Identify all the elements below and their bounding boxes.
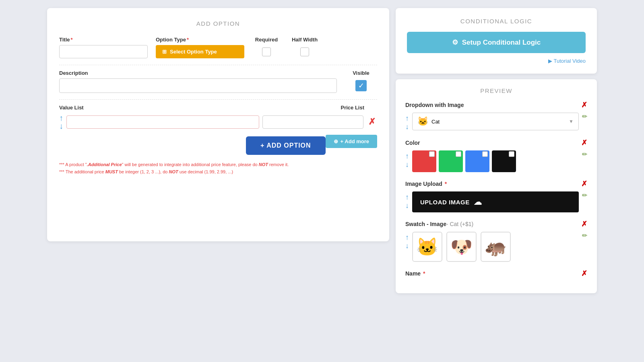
- swatch-red: [412, 150, 436, 172]
- preview-card: PREVIEW Dropdown with Image ✗ ↑↓ 🐱 Cat ▼: [396, 79, 597, 293]
- half-width-label: Half Width: [292, 37, 318, 43]
- upload-image-button[interactable]: UPLOAD IMAGE ☁: [412, 191, 579, 212]
- preview-item-swatch: Swatch - Image- Cat (+$1) ✗ ↑↓ 🐱 🐶: [405, 220, 587, 262]
- half-width-group: Half Width: [289, 37, 321, 56]
- color-label: Color: [405, 140, 420, 146]
- value-price-section: Value List Price List ↑↓ ✗: [59, 105, 377, 130]
- add-option-button[interactable]: + ADD OPTION: [246, 136, 326, 155]
- visible-label: Visible: [353, 70, 369, 76]
- dropdown-selected-value: Cat: [431, 119, 440, 125]
- swatch-img-cat[interactable]: 🐱: [412, 232, 442, 262]
- footnote-1: *** A product ".Additional Price" will b…: [59, 161, 377, 169]
- play-circle-icon: ▶: [548, 58, 552, 64]
- swatch-subtitle: - Cat (+$1): [446, 221, 473, 227]
- remove-row-button[interactable]: ✗: [367, 117, 377, 127]
- swatch-red-check: [429, 151, 435, 157]
- value-price-row: ↑↓ ✗: [59, 114, 377, 130]
- value-list-label: Value List: [59, 105, 84, 111]
- add-option-panel: ADD OPTION Title* Option Type* ⊞ Select …: [47, 8, 389, 241]
- preview-item-color: Color ✗ ↑↓: [405, 138, 587, 172]
- dog-animal-icon: 🐶: [450, 238, 473, 256]
- description-input[interactable]: [59, 78, 337, 93]
- swatch-green: [439, 150, 463, 172]
- swatch-image-list: 🐱 🐶 🦛: [412, 232, 579, 262]
- upload-edit-button[interactable]: ✏: [582, 191, 587, 199]
- footnotes: *** A product ".Additional Price" will b…: [59, 161, 377, 175]
- title-group: Title*: [59, 37, 148, 58]
- upload-sort[interactable]: ↑↓: [405, 193, 409, 210]
- dropdown-sort[interactable]: ↑↓: [405, 114, 409, 131]
- right-panel: CONDITIONAL LOGIC ⚙ Setup Conditional Lo…: [396, 8, 597, 293]
- conditional-logic-card: CONDITIONAL LOGIC ⚙ Setup Conditional Lo…: [396, 8, 597, 74]
- visible-checkbox[interactable]: ✓: [355, 80, 367, 91]
- option-type-label: Option Type*: [156, 37, 244, 43]
- add-option-title: ADD OPTION: [59, 20, 377, 27]
- name-actions: ✗: [581, 269, 587, 278]
- required-label: Required: [255, 37, 278, 43]
- name-label: Name *: [405, 270, 425, 277]
- upload-label: Image Upload *: [405, 181, 447, 187]
- select-option-type-button[interactable]: ⊞ Select Option Type: [156, 45, 244, 58]
- plus-circle-icon: ⊕: [334, 138, 338, 144]
- cat-icon: 🐱: [417, 116, 428, 127]
- swatch-img-hippo[interactable]: 🦛: [481, 232, 511, 262]
- dropdown-actions: ✗: [581, 101, 587, 109]
- conditional-logic-title: CONDITIONAL LOGIC: [407, 18, 586, 25]
- value-input[interactable]: [66, 115, 259, 129]
- swatch-remove-button[interactable]: ✗: [581, 220, 587, 228]
- required-checkbox[interactable]: [262, 47, 271, 56]
- swatch-img-dog[interactable]: 🐶: [446, 232, 477, 262]
- swatch-blue-check: [482, 151, 488, 157]
- add-more-button[interactable]: ⊕ + Add more: [326, 135, 377, 148]
- cat-animal-icon: 🐱: [416, 238, 438, 256]
- color-sort[interactable]: ↑↓: [405, 152, 409, 169]
- title-label: Title*: [59, 37, 148, 43]
- dropdown-label: Dropdown with Image: [405, 102, 464, 108]
- upload-actions: ✗: [581, 179, 587, 188]
- preview-item-dropdown: Dropdown with Image ✗ ↑↓ 🐱 Cat ▼ ✏: [405, 101, 587, 131]
- dropdown-remove-button[interactable]: ✗: [581, 101, 587, 109]
- upload-remove-button[interactable]: ✗: [581, 179, 587, 188]
- swatch-label: Swatch - Image- Cat (+$1): [405, 221, 473, 227]
- swatch-sort[interactable]: ↑↓: [405, 233, 409, 250]
- dropdown-chevron: ▼: [569, 119, 574, 124]
- preview-item-upload: Image Upload * ✗ ↑↓ UPLOAD IMAGE ☁ ✏: [405, 179, 587, 212]
- tutorial-video-link[interactable]: ▶ Tutorial Video: [407, 58, 586, 64]
- preview-item-name: Name * ✗: [405, 269, 587, 278]
- swatch-green-check: [456, 151, 461, 157]
- price-list-label: Price List: [341, 105, 364, 111]
- swatch-black: [492, 150, 516, 172]
- swatch-blue: [465, 150, 489, 172]
- description-group: Description: [59, 70, 337, 93]
- gear-icon: ⚙: [452, 38, 458, 47]
- price-input[interactable]: [262, 115, 363, 129]
- swatch-actions: ✗: [581, 220, 587, 228]
- setup-conditional-logic-button[interactable]: ⚙ Setup Conditional Logic: [407, 32, 586, 53]
- half-width-checkbox[interactable]: [300, 47, 309, 56]
- name-remove-button[interactable]: ✗: [581, 269, 587, 278]
- color-edit-button[interactable]: ✏: [582, 150, 587, 158]
- visible-group: Visible ✓: [345, 70, 377, 91]
- sort-handle[interactable]: ↑↓: [59, 114, 63, 130]
- title-input[interactable]: [59, 45, 148, 58]
- hippo-animal-icon: 🦛: [485, 238, 507, 256]
- option-icon: ⊞: [162, 49, 167, 55]
- preview-title: PREVIEW: [405, 87, 587, 94]
- dropdown-preview-select[interactable]: 🐱 Cat ▼: [412, 113, 579, 130]
- color-actions: ✗: [581, 138, 587, 147]
- swatch-edit-button[interactable]: ✏: [582, 232, 587, 239]
- cloud-icon: ☁: [474, 197, 482, 207]
- description-label: Description: [59, 70, 337, 76]
- required-group: Required: [252, 37, 281, 56]
- color-swatches: [412, 150, 579, 172]
- footnote-2: *** The additional price MUST be integer…: [59, 169, 377, 176]
- swatch-black-check: [509, 151, 514, 157]
- option-type-group: Option Type* ⊞ Select Option Type: [156, 37, 244, 58]
- color-remove-button[interactable]: ✗: [581, 138, 587, 147]
- dropdown-edit-button[interactable]: ✏: [582, 113, 587, 120]
